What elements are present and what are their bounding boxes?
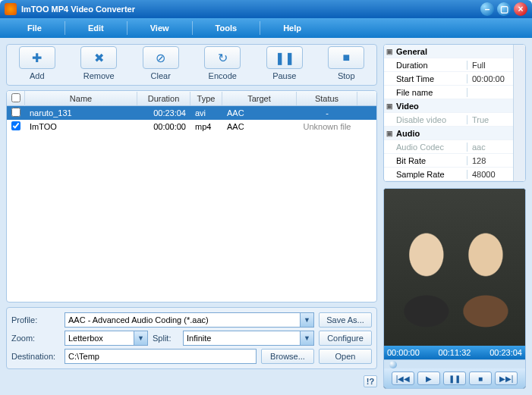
split-combo[interactable]: Infinite▼ <box>183 331 314 346</box>
clear-icon: ⊘ <box>143 46 179 69</box>
col-name[interactable]: Name <box>25 92 137 105</box>
scrollbar[interactable] <box>513 45 525 181</box>
property-name: Duration <box>395 61 467 70</box>
property-row[interactable]: DurationFull <box>384 58 525 72</box>
menu-file[interactable]: File <box>8 20 61 36</box>
row-checkbox[interactable] <box>11 121 20 130</box>
remove-button[interactable]: ✖Remove <box>72 46 127 80</box>
property-row[interactable]: File name <box>384 86 525 99</box>
property-name: Start Time <box>395 74 467 83</box>
row-type: mp4 <box>190 121 222 133</box>
stop-button[interactable]: ■Stop <box>320 46 374 80</box>
list-header: Name Duration Type Target Status <box>7 91 376 106</box>
time-start: 00:00:00 <box>387 348 420 357</box>
toolbar: ✚Add ✖Remove ⊘Clear ↻Encode ❚❚Pause ■Sto… <box>6 44 377 86</box>
col-type[interactable]: Type <box>190 92 222 105</box>
pause-playback-button[interactable]: ❚❚ <box>443 371 466 385</box>
property-row[interactable]: Disable videoTrue <box>384 113 525 127</box>
row-name: naruto_131 <box>25 107 137 119</box>
property-name: Bit Rate <box>395 156 467 165</box>
minimize-button[interactable]: – <box>480 2 494 16</box>
next-button[interactable]: ▶▶| <box>495 371 518 385</box>
app-title: ImTOO MP4 Video Converter <box>21 5 477 14</box>
profile-combo[interactable]: AAC - Advanced Audio Coding (*.aac)▼ <box>65 312 314 328</box>
file-list: Name Duration Type Target Status naruto_… <box>6 90 377 303</box>
chevron-down-icon: ▼ <box>134 331 147 345</box>
configure-button[interactable]: Configure <box>319 331 372 346</box>
chevron-down-icon: ▼ <box>300 313 313 327</box>
menu-edit[interactable]: Edit <box>68 20 124 36</box>
collapse-icon: ▣ <box>384 102 395 110</box>
pause-button[interactable]: ❚❚Pause <box>257 46 312 80</box>
property-name: File name <box>395 88 467 97</box>
stop-playback-button[interactable]: ■ <box>469 371 492 385</box>
preview-image <box>384 189 525 346</box>
preview-panel: 00:00:00 00:11:32 00:23:04 |◀◀ ▶ ❚❚ ■ ▶▶… <box>383 188 526 389</box>
col-duration[interactable]: Duration <box>137 92 190 105</box>
slider-thumb[interactable] <box>389 361 397 368</box>
browse-button[interactable]: Browse... <box>261 349 314 364</box>
menu-view[interactable]: View <box>131 20 189 36</box>
property-name: Disable video <box>395 115 467 124</box>
play-button[interactable]: ▶ <box>417 371 440 385</box>
time-bar: 00:00:00 00:11:32 00:23:04 <box>384 346 525 359</box>
row-target: AAC <box>222 121 297 133</box>
pause-icon: ❚❚ <box>266 46 303 69</box>
row-duration: 00:00:00 <box>137 121 190 133</box>
split-label: Split: <box>153 334 178 343</box>
select-all-checkbox[interactable] <box>11 93 20 102</box>
time-current: 00:11:32 <box>439 348 471 357</box>
zoom-label: Zoom: <box>11 334 60 343</box>
row-target: AAC <box>222 107 297 119</box>
playback-controls: |◀◀ ▶ ❚❚ ■ ▶▶| <box>384 368 525 388</box>
menu-tools[interactable]: Tools <box>196 20 257 36</box>
row-type: avi <box>190 107 222 119</box>
row-status: - <box>297 107 357 119</box>
properties-panel: ▣GeneralDurationFullStart Time00:00:00Fi… <box>383 44 526 182</box>
row-duration: 00:23:04 <box>137 107 190 119</box>
close-button[interactable]: × <box>514 2 527 16</box>
property-group[interactable]: ▣General <box>384 45 525 58</box>
save-as-button[interactable]: Save As... <box>319 312 372 328</box>
app-icon <box>5 3 17 15</box>
stop-icon: ■ <box>328 46 364 69</box>
chevron-down-icon: ▼ <box>300 331 313 345</box>
time-end: 00:23:04 <box>490 348 522 357</box>
destination-input[interactable]: C:\Temp <box>65 349 257 364</box>
property-row[interactable]: Sample Rate48000 <box>384 168 525 181</box>
col-target[interactable]: Target <box>222 92 297 105</box>
row-checkbox[interactable] <box>11 108 20 117</box>
property-row[interactable]: Audio Codecaac <box>384 140 525 154</box>
property-name: Sample Rate <box>395 170 467 179</box>
encode-button[interactable]: ↻Encode <box>196 46 250 80</box>
maximize-button[interactable]: ▢ <box>497 2 511 16</box>
prev-button[interactable]: |◀◀ <box>392 371 414 385</box>
row-name: ImTOO <box>25 121 137 133</box>
collapse-icon: ▣ <box>384 48 395 55</box>
help-button[interactable]: !? <box>364 375 377 387</box>
property-row[interactable]: Channels2 (Stereo) <box>384 181 525 182</box>
property-row[interactable]: Bit Rate128 <box>384 154 525 168</box>
table-row[interactable]: ImTOO00:00:00mp4AACUnknown file <box>7 120 376 133</box>
col-status[interactable]: Status <box>297 92 357 105</box>
clear-button[interactable]: ⊘Clear <box>134 46 188 80</box>
x-icon: ✖ <box>80 46 117 69</box>
seek-slider[interactable] <box>384 359 525 368</box>
property-name: Audio Codec <box>395 143 467 152</box>
table-row[interactable]: naruto_13100:23:04aviAAC- <box>7 106 376 120</box>
add-button[interactable]: ✚Add <box>10 46 65 80</box>
settings-panel: Profile: AAC - Advanced Audio Coding (*.… <box>6 307 377 369</box>
property-group[interactable]: ▣Audio <box>384 127 525 140</box>
titlebar: ImTOO MP4 Video Converter – ▢ × <box>0 0 532 18</box>
zoom-combo[interactable]: Letterbox▼ <box>65 331 148 346</box>
property-row[interactable]: Start Time00:00:00 <box>384 72 525 86</box>
encode-icon: ↻ <box>204 46 241 69</box>
menubar: File Edit View Tools Help <box>0 18 532 38</box>
collapse-icon: ▣ <box>384 130 395 137</box>
profile-label: Profile: <box>11 315 60 324</box>
property-group[interactable]: ▣Video <box>384 99 525 113</box>
row-status: Unknown file <box>297 121 357 133</box>
open-button[interactable]: Open <box>319 349 372 364</box>
destination-label: Destination: <box>11 352 60 361</box>
menu-help[interactable]: Help <box>263 20 321 36</box>
